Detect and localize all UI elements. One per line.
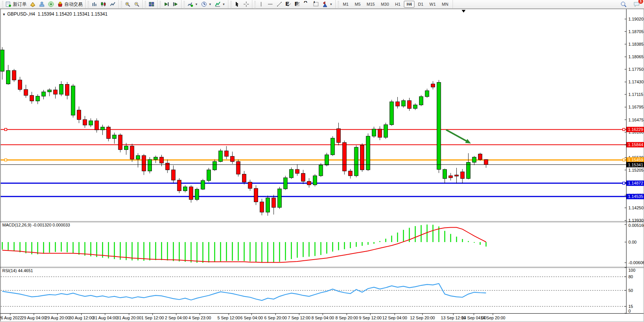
candle-body [89,121,93,125]
signal-button[interactable] [46,0,56,8]
line-anchor-marker[interactable] [623,159,625,161]
line-anchor-marker[interactable] [623,128,625,131]
candle-body [384,125,388,137]
new-order-button[interactable]: 新订单 [4,0,28,8]
toolbar-drag-handle[interactable] [159,1,161,7]
crosshair-button[interactable] [242,0,251,8]
text-label-button[interactable]: T [311,0,320,8]
chevron-down-icon[interactable]: ▼ [2,13,6,16]
candle-body [284,178,287,189]
price-axis-label: 1.17750 [628,67,644,72]
candle-body [201,180,205,189]
gold-box-button[interactable] [28,0,37,8]
zoom-out-button[interactable] [132,0,141,8]
candle-body [272,198,276,207]
timeframe-button-w1[interactable]: W1 [427,1,438,8]
candle-body [12,70,16,80]
toolbar-drag-handle[interactable] [121,1,122,7]
toolbar-drag-handle[interactable] [183,1,185,7]
toolbar-drag-handle[interactable] [145,1,146,7]
candle-body [18,80,22,89]
autotrade-button[interactable]: 自动交易 [56,0,84,8]
price-axis-label: 1.16795 [628,105,644,109]
rsi-axis-label: 100 [628,268,635,273]
candle-body [419,97,423,105]
candle-body [372,129,376,136]
line-anchor-marker[interactable] [623,182,625,184]
chevron-down-icon[interactable]: ▼ [209,3,212,6]
timeframe-button-d1[interactable]: D1 [415,1,426,8]
toolbar-drag-handle[interactable] [2,1,3,7]
toolbar-drag-handle[interactable] [338,1,339,7]
chevron-down-icon[interactable]: ▼ [195,3,198,6]
toolbar-drag-handle[interactable] [230,1,232,7]
auto-scroll-icon [163,1,169,7]
chart-symbol-period: GBPUSD-,H4 [7,11,35,17]
tile-windows-button[interactable] [147,0,156,8]
timeframe-button-m1[interactable]: M1 [340,1,351,8]
time-axis-label: 2 Sep 04:00 [165,316,187,320]
candle-body [225,151,228,156]
candle-body [248,182,252,188]
candle-body [242,174,246,182]
auto-scroll-button[interactable] [162,0,171,8]
cursor-button[interactable] [233,0,242,8]
profiles-clock-icon [201,1,207,7]
line-anchor-marker[interactable] [5,159,7,161]
chart-shift-button[interactable] [171,0,180,8]
toolbar-group [158,0,182,8]
svg-text:E: E [285,1,289,7]
search-button[interactable] [619,0,628,8]
time-axis-label: 9 Sep 12:00 [359,316,381,320]
chevron-down-icon[interactable]: ▼ [330,3,333,6]
price-axis-label: 1.15205 [628,168,644,172]
autotrade-icon [57,1,63,7]
cursor-icon [234,1,240,7]
price-axis-label: 1.18385 [628,42,644,46]
trendline-button[interactable] [275,0,284,8]
candle-body [402,100,405,106]
chart-candles-button[interactable] [99,0,108,8]
candle-body [331,138,335,155]
toolbar-drag-handle[interactable] [88,1,89,7]
svg-text:A: A [304,1,308,4]
candle-body [166,163,169,170]
chart-bars-button[interactable] [90,0,99,8]
candle-body [172,170,175,180]
line-anchor-marker[interactable] [5,128,7,131]
new-chart-button[interactable]: ▼ [186,0,199,8]
chat-button[interactable]: 1 [632,0,641,8]
indicator-list-icon [215,1,221,7]
candle-body [24,89,28,96]
chart-window[interactable]: ▼GBPUSD-,H4 1.15394 1.15420 1.15341 1.15… [0,9,644,322]
horizontal-line-button[interactable] [266,0,275,8]
chevron-down-icon[interactable]: ▼ [222,3,225,6]
equidistant-channel-button[interactable]: E [284,0,293,8]
timeframe-button-m30[interactable]: M30 [378,1,392,8]
fibonacci-button[interactable]: F [293,0,302,8]
search-icon [620,1,626,7]
toolbar-drag-handle[interactable] [254,1,256,7]
candle-body [6,70,10,84]
timeframe-button-mn[interactable]: MN [439,1,451,8]
profiles-clock-button[interactable]: ▼ [199,0,213,8]
timeframe-button-h4[interactable]: H4 [404,1,414,8]
text-a-button[interactable]: A [302,0,311,8]
vertical-line-button[interactable] [257,0,266,8]
arrows-button[interactable]: ▼ [320,0,334,8]
price-tag-label: 1.16229 [628,127,643,132]
indicator-list-button[interactable]: ▼ [213,0,227,8]
timeframe-button-h1[interactable]: H1 [392,1,403,8]
candle-body [48,90,51,92]
timeframe-button-m15[interactable]: M15 [364,1,377,8]
chart-canvas[interactable]: 1.190201.187051.183851.180651.177501.174… [0,9,644,322]
cloud-user-button[interactable] [37,0,46,8]
text-a-icon: A [304,1,310,7]
timeframe-button-m5[interactable]: M5 [352,1,363,8]
chart-line-button[interactable] [108,0,117,8]
zoom-in-button[interactable] [123,0,132,8]
chart-line-icon [110,1,116,7]
time-axis-label: 12 Sep 20:00 [410,316,435,320]
timeframe-group: M1M5M15M30H1H4D1W1MN [336,0,453,8]
time-axis-label: 29 Aug 20:00 [45,316,70,320]
